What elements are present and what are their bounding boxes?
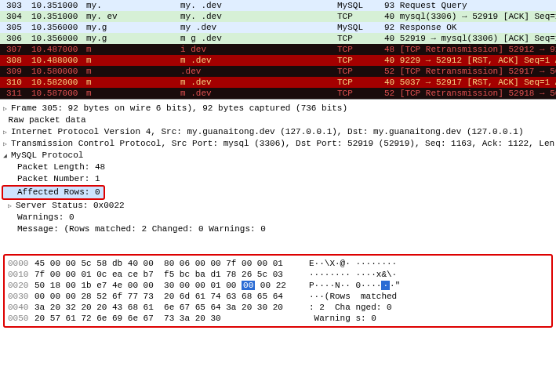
- col-dst: m .dev: [180, 88, 337, 99]
- col-src: my.g: [86, 33, 180, 44]
- col-no: 308: [0, 55, 31, 66]
- hex-bytes: 20 57 61 72 6e 69 6e 67 73 3a 20 30: [35, 313, 309, 324]
- hex-offset: 0030: [8, 291, 35, 302]
- packet-row[interactable]: 30310.351000my.my. .devMySQL93 Request Q…: [0, 0, 556, 11]
- col-proto: TCP: [337, 77, 384, 88]
- detail-text: Packet Length: 48: [17, 162, 105, 172]
- collapse-icon[interactable]: [3, 150, 11, 162]
- detail-text: Transmission Control Protocol, Src Port:…: [11, 139, 556, 148]
- detail-text: Warnings: 0: [17, 212, 74, 222]
- detail-mysql[interactable]: MySQL Protocol: [3, 150, 553, 162]
- packet-row[interactable]: 30510.356000my.gmy .devMySQL92 Response …: [0, 22, 556, 33]
- detail-text: Frame 305: 92 bytes on wire 6 bits), 92 …: [11, 103, 347, 113]
- col-src: m: [86, 55, 180, 66]
- detail-raw[interactable]: Raw packet data: [3, 114, 553, 126]
- col-dst: m .dev: [180, 77, 337, 88]
- detail-text: MySQL Protocol: [11, 151, 83, 160]
- col-no: 303: [0, 0, 31, 11]
- col-src: m: [86, 44, 180, 55]
- hex-offset: 0040: [8, 302, 35, 313]
- col-no: 306: [0, 33, 31, 44]
- packet-list[interactable]: 30310.351000my.my. .devMySQL93 Request Q…: [0, 0, 556, 100]
- col-info: 52 [TCP Retransmission] 52917 → 503: [384, 66, 556, 77]
- hex-row[interactable]: 005020 57 61 72 6e 69 6e 67 73 3a 20 30 …: [8, 313, 548, 324]
- hex-row[interactable]: 00403a 20 32 20 20 43 68 61 6e 67 65 64 …: [8, 302, 548, 313]
- col-time: 10.351000: [31, 11, 86, 22]
- col-proto: TCP: [337, 44, 384, 55]
- packet-row[interactable]: 30610.356000my.gm g .devTCP40 52919 → my…: [0, 33, 556, 44]
- hex-offset: 0020: [8, 280, 35, 291]
- col-proto: TCP: [337, 66, 384, 77]
- hex-dump-pane[interactable]: 000045 00 00 5c 58 db 40 00 80 06 00 00 …: [3, 254, 553, 328]
- col-no: 309: [0, 66, 31, 77]
- hex-ascii: ········ ····x&\·: [309, 269, 548, 280]
- packet-row[interactable]: 30910.580000m .devTCP52 [TCP Retransmiss…: [0, 66, 556, 77]
- col-info: 92 Response OK: [384, 22, 556, 33]
- col-info: 40 5037 → 52917 [RST, ACK] Seq=1 Ac: [384, 77, 556, 88]
- packet-row[interactable]: 31110.587000mm .devTCP52 [TCP Retransmis…: [0, 88, 556, 99]
- col-src: my.: [86, 0, 180, 11]
- detail-ip[interactable]: Internet Protocol Version 4, Src: my.gua…: [3, 126, 553, 138]
- col-proto: MySQL: [337, 22, 384, 33]
- packet-details-tree[interactable]: Frame 305: 92 bytes on wire 6 bits), 92 …: [0, 100, 556, 251]
- detail-packet-length[interactable]: Packet Length: 48: [3, 162, 553, 173]
- col-time: 10.356000: [31, 33, 86, 44]
- col-proto: TCP: [337, 55, 384, 66]
- packet-row[interactable]: 30810.488000mm .devTCP40 9229 → 52912 [R…: [0, 55, 556, 66]
- hex-row[interactable]: 000045 00 00 5c 58 db 40 00 80 06 00 00 …: [8, 258, 548, 269]
- hex-bytes: 7f 00 00 01 0c ea ce b7 f5 bc ba d1 78 2…: [35, 269, 309, 280]
- col-dst: my .dev: [180, 22, 337, 33]
- col-no: 304: [0, 11, 31, 22]
- hex-ascii: ···(Rows matched: [309, 291, 548, 302]
- col-time: 10.351000: [31, 0, 86, 11]
- detail-text: Raw packet data: [9, 115, 86, 125]
- col-time: 10.487000: [31, 44, 86, 55]
- col-src: my.g: [86, 22, 180, 33]
- detail-text: Internet Protocol Version 4, Src: my.gua…: [11, 127, 524, 136]
- detail-affected-rows[interactable]: Affected Rows: 0: [3, 185, 553, 200]
- detail-frame[interactable]: Frame 305: 92 bytes on wire 6 bits), 92 …: [3, 103, 553, 114]
- col-proto: MySQL: [337, 0, 384, 11]
- col-no: 307: [0, 44, 31, 55]
- detail-message[interactable]: Message: (Rows matched: 2 Changed: 0 War…: [3, 223, 553, 235]
- hex-bytes: 45 00 00 5c 58 db 40 00 80 06 00 00 7f 0…: [35, 258, 309, 269]
- hex-ascii: P····N·· 0······": [309, 280, 548, 291]
- col-dst: m g .dev: [180, 33, 337, 44]
- col-info: 52 [TCP Retransmission] 52918 → 503: [384, 88, 556, 99]
- col-info: 40 9229 → 52912 [RST, ACK] Seq=1 Ac: [384, 55, 556, 66]
- packet-row[interactable]: 30710.487000mi devTCP48 [TCP Retransmiss…: [0, 44, 556, 55]
- col-info: 48 [TCP Retransmission] 52912 → 922: [384, 44, 556, 55]
- hex-row[interactable]: 002050 18 00 1b e7 4e 00 00 30 00 00 01 …: [8, 280, 548, 291]
- hex-ascii: : 2 Cha nged: 0: [309, 302, 548, 313]
- col-dst: my. .dev: [180, 11, 337, 22]
- expand-icon[interactable]: [8, 200, 16, 212]
- col-src: m: [86, 88, 180, 99]
- col-time: 10.488000: [31, 55, 86, 66]
- expand-icon[interactable]: [3, 103, 11, 114]
- hex-ascii: Warning s: 0: [309, 313, 548, 324]
- col-no: 311: [0, 88, 31, 99]
- col-src: m: [86, 77, 180, 88]
- hex-bytes: 00 00 00 28 52 6f 77 73 20 6d 61 74 63 6…: [35, 291, 309, 302]
- hex-row[interactable]: 003000 00 00 28 52 6f 77 73 20 6d 61 74 …: [8, 291, 548, 302]
- detail-tcp[interactable]: Transmission Control Protocol, Src Port:…: [3, 138, 553, 150]
- packet-row[interactable]: 31010.582000mm .devTCP40 5037 → 52917 [R…: [0, 77, 556, 88]
- detail-text-selected: Affected Rows: 0: [2, 185, 105, 200]
- hex-offset: 0000: [8, 258, 35, 269]
- expand-icon[interactable]: [3, 126, 11, 138]
- col-time: 10.580000: [31, 66, 86, 77]
- hex-row[interactable]: 00107f 00 00 01 0c ea ce b7 f5 bc ba d1 …: [8, 269, 548, 280]
- expand-icon[interactable]: [3, 138, 11, 150]
- detail-warnings[interactable]: Warnings: 0: [3, 212, 553, 223]
- col-time: 10.587000: [31, 88, 86, 99]
- hex-offset: 0050: [8, 313, 35, 324]
- col-no: 310: [0, 77, 31, 88]
- col-dst: m .dev: [180, 55, 337, 66]
- hex-bytes: 50 18 00 1b e7 4e 00 00 30 00 00 01 00 0…: [35, 280, 309, 291]
- detail-text: Packet Number: 1: [17, 174, 100, 183]
- detail-packet-number[interactable]: Packet Number: 1: [3, 173, 553, 185]
- col-info: 93 Request Query: [384, 0, 556, 11]
- hex-bytes: 3a 20 32 20 20 43 68 61 6e 67 65 64 3a 2…: [35, 302, 309, 313]
- detail-server-status[interactable]: Server Status: 0x0022: [3, 200, 553, 212]
- packet-row[interactable]: 30410.351000my. evmy. .devTCP40 mysql(33…: [0, 11, 556, 22]
